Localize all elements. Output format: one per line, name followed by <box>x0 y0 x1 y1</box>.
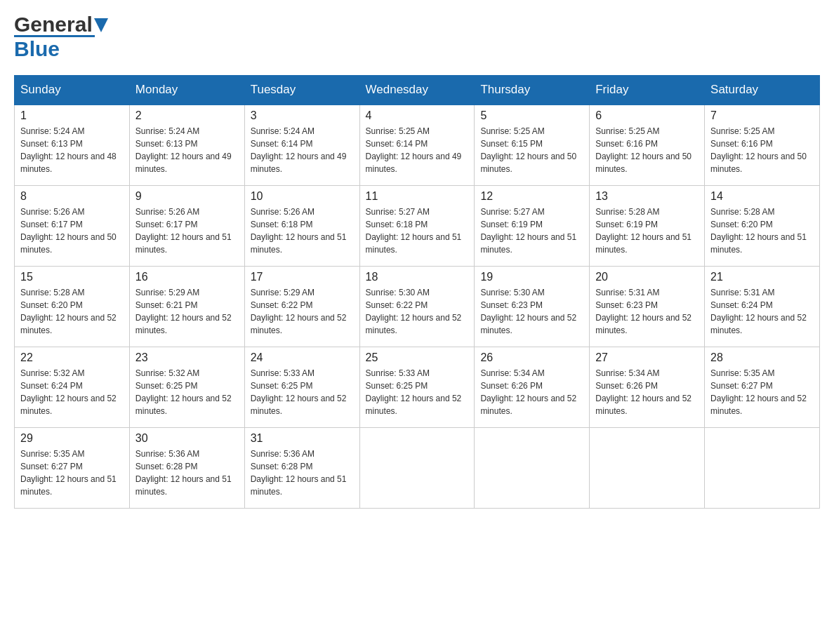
day-info: Sunrise: 5:28 AMSunset: 6:20 PMDaylight:… <box>710 206 814 256</box>
calendar-cell: 14Sunrise: 5:28 AMSunset: 6:20 PMDayligh… <box>705 185 820 266</box>
day-info: Sunrise: 5:29 AMSunset: 6:22 PMDaylight:… <box>251 286 354 337</box>
day-header-tuesday: Tuesday <box>244 76 359 105</box>
day-info: Sunrise: 5:25 AMSunset: 6:14 PMDaylight:… <box>366 125 469 175</box>
calendar-cell: 18Sunrise: 5:30 AMSunset: 6:22 PMDayligh… <box>359 266 475 347</box>
day-number: 10 <box>251 190 354 203</box>
day-number: 29 <box>20 432 124 445</box>
day-number: 31 <box>251 432 354 445</box>
day-info: Sunrise: 5:29 AMSunset: 6:21 PMDaylight:… <box>135 286 239 337</box>
day-info: Sunrise: 5:24 AMSunset: 6:14 PMDaylight:… <box>251 125 354 175</box>
calendar-cell: 20Sunrise: 5:31 AMSunset: 6:23 PMDayligh… <box>590 266 705 347</box>
calendar-cell: 2Sunrise: 5:24 AMSunset: 6:13 PMDaylight… <box>129 105 244 185</box>
calendar-cell <box>359 427 475 508</box>
calendar-cell: 23Sunrise: 5:32 AMSunset: 6:25 PMDayligh… <box>129 347 244 427</box>
calendar-cell: 21Sunrise: 5:31 AMSunset: 6:24 PMDayligh… <box>705 266 820 347</box>
day-info: Sunrise: 5:35 AMSunset: 6:27 PMDaylight:… <box>710 367 814 417</box>
calendar-cell: 28Sunrise: 5:35 AMSunset: 6:27 PMDayligh… <box>705 347 820 427</box>
day-number: 27 <box>595 351 699 364</box>
day-number: 25 <box>366 351 469 364</box>
day-info: Sunrise: 5:33 AMSunset: 6:25 PMDaylight:… <box>366 367 469 417</box>
day-number: 14 <box>710 190 814 203</box>
calendar-cell: 16Sunrise: 5:29 AMSunset: 6:21 PMDayligh… <box>129 266 244 347</box>
day-number: 21 <box>710 271 814 283</box>
calendar-cell: 4Sunrise: 5:25 AMSunset: 6:14 PMDaylight… <box>359 105 475 185</box>
day-info: Sunrise: 5:36 AMSunset: 6:28 PMDaylight:… <box>135 448 239 498</box>
day-info: Sunrise: 5:36 AMSunset: 6:28 PMDaylight:… <box>251 448 354 498</box>
calendar-cell <box>475 427 590 508</box>
svg-marker-0 <box>94 18 108 32</box>
day-number: 26 <box>480 351 583 364</box>
day-info: Sunrise: 5:25 AMSunset: 6:15 PMDaylight:… <box>480 125 583 175</box>
day-info: Sunrise: 5:26 AMSunset: 6:17 PMDaylight:… <box>135 206 239 256</box>
day-info: Sunrise: 5:27 AMSunset: 6:19 PMDaylight:… <box>480 206 583 256</box>
day-number: 6 <box>595 109 699 122</box>
page-header: General Blue <box>14 14 820 61</box>
calendar-cell: 9Sunrise: 5:26 AMSunset: 6:17 PMDaylight… <box>129 185 244 266</box>
calendar-cell: 30Sunrise: 5:36 AMSunset: 6:28 PMDayligh… <box>129 427 244 508</box>
day-info: Sunrise: 5:31 AMSunset: 6:23 PMDaylight:… <box>595 286 699 337</box>
calendar-cell: 10Sunrise: 5:26 AMSunset: 6:18 PMDayligh… <box>244 185 359 266</box>
day-number: 11 <box>366 190 469 203</box>
day-header-friday: Friday <box>590 76 705 105</box>
day-header-sunday: Sunday <box>15 76 130 105</box>
calendar-week-row: 15Sunrise: 5:28 AMSunset: 6:20 PMDayligh… <box>15 266 820 347</box>
calendar-cell: 31Sunrise: 5:36 AMSunset: 6:28 PMDayligh… <box>244 427 359 508</box>
day-number: 20 <box>595 271 699 283</box>
day-info: Sunrise: 5:24 AMSunset: 6:13 PMDaylight:… <box>135 125 239 175</box>
day-info: Sunrise: 5:28 AMSunset: 6:19 PMDaylight:… <box>595 206 699 256</box>
day-info: Sunrise: 5:34 AMSunset: 6:26 PMDaylight:… <box>595 367 699 417</box>
day-number: 1 <box>20 109 124 122</box>
calendar-cell: 27Sunrise: 5:34 AMSunset: 6:26 PMDayligh… <box>590 347 705 427</box>
day-info: Sunrise: 5:32 AMSunset: 6:24 PMDaylight:… <box>20 367 124 417</box>
day-info: Sunrise: 5:27 AMSunset: 6:18 PMDaylight:… <box>366 206 469 256</box>
day-number: 5 <box>480 109 583 122</box>
day-header-monday: Monday <box>129 76 244 105</box>
calendar-cell: 15Sunrise: 5:28 AMSunset: 6:20 PMDayligh… <box>15 266 130 347</box>
calendar-cell: 19Sunrise: 5:30 AMSunset: 6:23 PMDayligh… <box>475 266 590 347</box>
calendar-week-row: 1Sunrise: 5:24 AMSunset: 6:13 PMDaylight… <box>15 105 820 185</box>
day-number: 28 <box>710 351 814 364</box>
calendar-week-row: 22Sunrise: 5:32 AMSunset: 6:24 PMDayligh… <box>15 347 820 427</box>
day-number: 15 <box>20 271 124 283</box>
day-number: 16 <box>135 271 239 283</box>
day-number: 9 <box>135 190 239 203</box>
day-number: 12 <box>480 190 583 203</box>
logo-triangle-icon <box>94 18 108 32</box>
calendar-cell: 6Sunrise: 5:25 AMSunset: 6:16 PMDaylight… <box>590 105 705 185</box>
calendar-cell: 13Sunrise: 5:28 AMSunset: 6:19 PMDayligh… <box>590 185 705 266</box>
day-number: 22 <box>20 351 124 364</box>
logo-blue-text: Blue <box>14 37 60 61</box>
day-info: Sunrise: 5:28 AMSunset: 6:20 PMDaylight:… <box>20 286 124 337</box>
day-info: Sunrise: 5:25 AMSunset: 6:16 PMDaylight:… <box>595 125 699 175</box>
day-info: Sunrise: 5:30 AMSunset: 6:22 PMDaylight:… <box>366 286 469 337</box>
calendar-cell: 22Sunrise: 5:32 AMSunset: 6:24 PMDayligh… <box>15 347 130 427</box>
calendar-cell: 1Sunrise: 5:24 AMSunset: 6:13 PMDaylight… <box>15 105 130 185</box>
calendar-cell: 25Sunrise: 5:33 AMSunset: 6:25 PMDayligh… <box>359 347 475 427</box>
day-number: 30 <box>135 432 239 445</box>
day-info: Sunrise: 5:31 AMSunset: 6:24 PMDaylight:… <box>710 286 814 337</box>
day-info: Sunrise: 5:24 AMSunset: 6:13 PMDaylight:… <box>20 125 124 175</box>
calendar-cell: 11Sunrise: 5:27 AMSunset: 6:18 PMDayligh… <box>359 185 475 266</box>
calendar-cell: 24Sunrise: 5:33 AMSunset: 6:25 PMDayligh… <box>244 347 359 427</box>
day-number: 17 <box>251 271 354 283</box>
day-number: 18 <box>366 271 469 283</box>
calendar-cell: 17Sunrise: 5:29 AMSunset: 6:22 PMDayligh… <box>244 266 359 347</box>
logo-general-text: General <box>14 14 93 35</box>
calendar-cell <box>705 427 820 508</box>
day-number: 19 <box>480 271 583 283</box>
day-number: 3 <box>251 109 354 122</box>
calendar-cell: 5Sunrise: 5:25 AMSunset: 6:15 PMDaylight… <box>475 105 590 185</box>
day-info: Sunrise: 5:35 AMSunset: 6:27 PMDaylight:… <box>20 448 124 498</box>
calendar-header-row: SundayMondayTuesdayWednesdayThursdayFrid… <box>15 76 820 105</box>
day-info: Sunrise: 5:34 AMSunset: 6:26 PMDaylight:… <box>480 367 583 417</box>
calendar-cell: 12Sunrise: 5:27 AMSunset: 6:19 PMDayligh… <box>475 185 590 266</box>
calendar-cell <box>590 427 705 508</box>
day-header-wednesday: Wednesday <box>359 76 475 105</box>
day-info: Sunrise: 5:26 AMSunset: 6:17 PMDaylight:… <box>20 206 124 256</box>
calendar-cell: 7Sunrise: 5:25 AMSunset: 6:16 PMDaylight… <box>705 105 820 185</box>
day-info: Sunrise: 5:30 AMSunset: 6:23 PMDaylight:… <box>480 286 583 337</box>
calendar-cell: 29Sunrise: 5:35 AMSunset: 6:27 PMDayligh… <box>15 427 130 508</box>
day-info: Sunrise: 5:26 AMSunset: 6:18 PMDaylight:… <box>251 206 354 256</box>
calendar-week-row: 29Sunrise: 5:35 AMSunset: 6:27 PMDayligh… <box>15 427 820 508</box>
calendar-week-row: 8Sunrise: 5:26 AMSunset: 6:17 PMDaylight… <box>15 185 820 266</box>
